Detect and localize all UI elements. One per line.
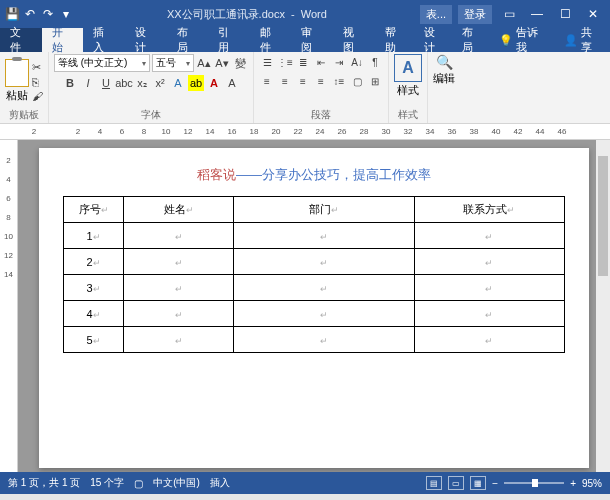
borders-icon[interactable]: ⊞ [367, 73, 383, 89]
zoom-level[interactable]: 95% [582, 478, 602, 489]
highlight-icon[interactable]: ab [188, 75, 204, 91]
zoom-out-button[interactable]: − [492, 478, 498, 489]
bullets-icon[interactable]: ☰ [259, 54, 275, 70]
strike-button[interactable]: abc [116, 75, 132, 91]
redo-icon[interactable]: ↷ [40, 6, 56, 22]
align-right-icon[interactable]: ≡ [295, 73, 311, 89]
table-cell[interactable]: 1↵ [64, 223, 124, 249]
line-spacing-icon[interactable]: ↕≡ [331, 73, 347, 89]
italic-button[interactable]: I [80, 75, 96, 91]
styles-icon[interactable]: A [394, 54, 422, 82]
word-count[interactable]: 15 个字 [90, 476, 124, 490]
table-cell[interactable]: ↵ [234, 223, 414, 249]
phonetic-icon[interactable]: 變 [232, 55, 248, 71]
table-cell[interactable]: ↵ [124, 275, 234, 301]
zoom-in-button[interactable]: + [570, 478, 576, 489]
align-left-icon[interactable]: ≡ [259, 73, 275, 89]
read-mode-icon[interactable]: ▭ [448, 476, 464, 490]
close-icon[interactable]: ✕ [580, 4, 606, 24]
table-cell[interactable]: ↵ [124, 223, 234, 249]
table-cell[interactable]: ↵ [234, 275, 414, 301]
insert-mode[interactable]: 插入 [210, 476, 230, 490]
tab-file[interactable]: 文件 [0, 28, 42, 52]
table-header[interactable]: 联系方式↵ [414, 197, 564, 223]
table-cell[interactable]: ↵ [414, 327, 564, 353]
table-cell[interactable]: ↵ [234, 249, 414, 275]
copy-icon[interactable]: ⎘ [32, 76, 43, 88]
multilevel-icon[interactable]: ≣ [295, 54, 311, 70]
font-size-combo[interactable]: 五号▾ [152, 54, 194, 72]
superscript-button[interactable]: x² [152, 75, 168, 91]
spellcheck-icon[interactable]: ▢ [134, 478, 143, 489]
sort-icon[interactable]: A↓ [349, 54, 365, 70]
shading-icon[interactable]: ▢ [349, 73, 365, 89]
vertical-scrollbar[interactable] [596, 140, 610, 472]
web-layout-icon[interactable]: ▦ [470, 476, 486, 490]
horizontal-ruler[interactable]: 2246810121416182022242628303234363840424… [0, 124, 610, 140]
maximize-icon[interactable]: ☐ [552, 4, 578, 24]
align-center-icon[interactable]: ≡ [277, 73, 293, 89]
numbering-icon[interactable]: ⋮≡ [277, 54, 293, 70]
table-cell[interactable]: ↵ [124, 327, 234, 353]
paste-button[interactable]: 粘贴 [5, 59, 29, 103]
table-cell[interactable]: ↵ [124, 249, 234, 275]
scroll-thumb[interactable] [598, 156, 608, 276]
indent-inc-icon[interactable]: ⇥ [331, 54, 347, 70]
subscript-button[interactable]: x₂ [134, 75, 150, 91]
table-header[interactable]: 姓名↵ [124, 197, 234, 223]
char-border-icon[interactable]: A [224, 75, 240, 91]
tab-view[interactable]: 视图 [333, 28, 375, 52]
indent-dec-icon[interactable]: ⇤ [313, 54, 329, 70]
save-icon[interactable]: 💾 [4, 6, 20, 22]
table-cell[interactable]: ↵ [414, 249, 564, 275]
tab-home[interactable]: 开始 [42, 28, 84, 52]
tell-me-button[interactable]: 💡告诉我 [491, 28, 556, 52]
table-cell[interactable]: ↵ [234, 301, 414, 327]
shrink-font-icon[interactable]: A▾ [214, 55, 230, 71]
tab-references[interactable]: 引用 [208, 28, 250, 52]
table-cell[interactable]: 3↵ [64, 275, 124, 301]
print-layout-icon[interactable]: ▤ [426, 476, 442, 490]
login-button[interactable]: 登录 [458, 5, 492, 24]
table-header[interactable]: 序号↵ [64, 197, 124, 223]
show-marks-icon[interactable]: ¶ [367, 54, 383, 70]
underline-button[interactable]: U [98, 75, 114, 91]
cut-icon[interactable]: ✂ [32, 61, 43, 74]
tab-table-design[interactable]: 设计 [416, 28, 453, 52]
bold-button[interactable]: B [62, 75, 78, 91]
table-cell[interactable]: ↵ [234, 327, 414, 353]
language-indicator[interactable]: 中文(中国) [153, 476, 200, 490]
zoom-slider[interactable] [504, 482, 564, 484]
find-icon[interactable]: 🔍 [436, 54, 453, 70]
font-color-icon[interactable]: A [206, 75, 222, 91]
share-button[interactable]: 👤共享 [556, 28, 610, 52]
page-indicator[interactable]: 第 1 页，共 1 页 [8, 476, 80, 490]
ribbon-options-icon[interactable]: ▭ [496, 4, 522, 24]
undo-icon[interactable]: ↶ [22, 6, 38, 22]
tab-mailings[interactable]: 邮件 [250, 28, 292, 52]
tab-review[interactable]: 审阅 [291, 28, 333, 52]
table-tools-tab[interactable]: 表... [420, 5, 452, 24]
table-cell[interactable]: ↵ [414, 223, 564, 249]
qat-more-icon[interactable]: ▾ [58, 6, 74, 22]
font-name-combo[interactable]: 等线 (中文正文)▾ [54, 54, 150, 72]
page-scroll[interactable]: 稻客说——分享办公技巧，提高工作效率 序号↵姓名↵部门↵联系方式↵ 1↵↵↵↵2… [18, 140, 610, 472]
vertical-ruler[interactable]: 2468101214 [0, 140, 18, 472]
tab-layout[interactable]: 布局 [167, 28, 209, 52]
minimize-icon[interactable]: — [524, 4, 550, 24]
table-cell[interactable]: ↵ [124, 301, 234, 327]
table-cell[interactable]: 4↵ [64, 301, 124, 327]
table-cell[interactable]: ↵ [414, 301, 564, 327]
text-effects-icon[interactable]: A [170, 75, 186, 91]
tab-help[interactable]: 帮助 [375, 28, 417, 52]
format-painter-icon[interactable]: 🖌 [32, 90, 43, 102]
table-cell[interactable]: 2↵ [64, 249, 124, 275]
grow-font-icon[interactable]: A▴ [196, 55, 212, 71]
tab-insert[interactable]: 插入 [83, 28, 125, 52]
table-cell[interactable]: ↵ [414, 275, 564, 301]
tab-table-layout[interactable]: 布局 [454, 28, 491, 52]
justify-icon[interactable]: ≡ [313, 73, 329, 89]
tab-design[interactable]: 设计 [125, 28, 167, 52]
table-cell[interactable]: 5↵ [64, 327, 124, 353]
employee-table[interactable]: 序号↵姓名↵部门↵联系方式↵ 1↵↵↵↵2↵↵↵↵3↵↵↵↵4↵↵↵↵5↵↵↵↵ [63, 196, 565, 353]
